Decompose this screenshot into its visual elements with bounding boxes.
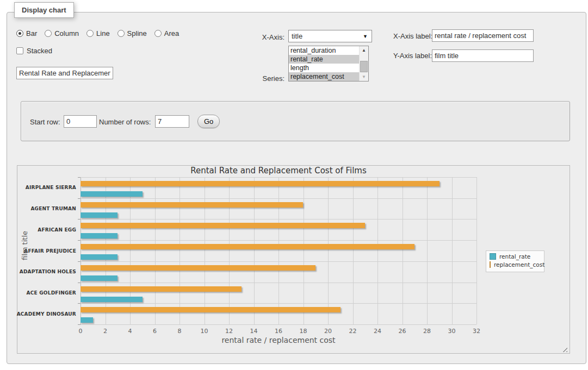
gridline-vertical bbox=[403, 177, 403, 324]
legend-item-rental_rate[interactable]: rental_rate bbox=[490, 253, 541, 260]
gridline-horizontal bbox=[81, 240, 476, 241]
legend-swatch-icon bbox=[490, 253, 496, 260]
category-label: AIRPLANE SIERRA bbox=[11, 184, 76, 191]
x-axis-tick-label: 10 bbox=[194, 328, 215, 335]
chart-type-radio-area[interactable]: Area bbox=[154, 29, 179, 37]
x-axis-tick-label: 8 bbox=[169, 328, 190, 335]
gridline-horizontal bbox=[81, 261, 476, 262]
chart-type-radio-label: Line bbox=[96, 29, 110, 37]
x-axis-tick-label: 6 bbox=[144, 328, 166, 335]
chart-type-radio-label: Area bbox=[164, 29, 179, 37]
x-axis-title: rental rate / replacement cost bbox=[81, 336, 476, 344]
series-options-list: rental_durationrental_ratelengthreplacem… bbox=[289, 46, 359, 81]
start-row-label: Start row: bbox=[30, 118, 60, 126]
chart-type-radio-label: Bar bbox=[26, 29, 37, 37]
chart-type-radio-spline[interactable]: Spline bbox=[117, 29, 147, 37]
radio-icon[interactable] bbox=[154, 30, 162, 37]
x-axis-tick-label: 2 bbox=[95, 328, 116, 335]
gridline-vertical bbox=[254, 177, 255, 324]
gridline-horizontal bbox=[81, 198, 476, 199]
gridline-horizontal bbox=[81, 219, 476, 220]
y-axis-tick bbox=[78, 261, 81, 262]
x-axis-tick-label: 16 bbox=[268, 328, 289, 335]
bar-rental-rate bbox=[81, 254, 117, 260]
x-axis-label-caption: X-Axis label: bbox=[393, 32, 432, 40]
series-multiselect[interactable]: rental_durationrental_ratelengthreplacem… bbox=[288, 46, 369, 81]
display-chart-page: Display chart BarColumnLineSplineArea St… bbox=[0, 0, 588, 370]
x-axis-label-input[interactable] bbox=[432, 29, 534, 42]
bar-replacement-cost bbox=[81, 244, 414, 249]
gridline-vertical bbox=[328, 177, 329, 324]
gridline-vertical bbox=[452, 177, 453, 324]
bar-rental-rate bbox=[81, 275, 117, 281]
legend-swatch-icon bbox=[490, 261, 491, 268]
x-axis-select[interactable]: title ▼ bbox=[288, 30, 372, 42]
series-option-replacement_cost[interactable]: replacement_cost bbox=[289, 72, 359, 81]
gridline-vertical bbox=[476, 177, 477, 324]
gridline-vertical bbox=[130, 177, 131, 324]
stacked-label: Stacked bbox=[27, 47, 52, 55]
chart-type-radio-bar[interactable]: Bar bbox=[16, 29, 37, 37]
number-of-rows-input[interactable] bbox=[155, 115, 189, 128]
legend-item-replacement_cost[interactable]: replacement_cost bbox=[490, 261, 541, 268]
series-option-rental_duration[interactable]: rental_duration bbox=[289, 46, 359, 55]
dropdown-arrow-icon: ▼ bbox=[363, 34, 368, 39]
bar-rental-rate bbox=[81, 191, 143, 197]
x-axis-tick-label: 12 bbox=[218, 328, 240, 335]
gridline-vertical bbox=[81, 177, 81, 324]
stacked-checkbox-row: Stacked bbox=[16, 47, 52, 55]
x-axis-tick-label: 14 bbox=[243, 328, 265, 335]
series-option-rental_rate[interactable]: rental_rate bbox=[289, 55, 359, 64]
gridline-vertical bbox=[106, 177, 106, 324]
y-axis-title: film title bbox=[21, 231, 29, 260]
x-axis-tick-label: 20 bbox=[317, 328, 339, 335]
gridline-vertical bbox=[229, 177, 230, 324]
x-axis-tick-label: 28 bbox=[416, 328, 438, 335]
x-axis-tick-label: 22 bbox=[342, 328, 364, 335]
category-label: ACE GOLDFINGER bbox=[11, 290, 76, 296]
radio-icon[interactable] bbox=[45, 30, 52, 37]
legend-label: rental_rate bbox=[499, 253, 530, 260]
gridline-vertical bbox=[180, 177, 180, 324]
y-axis-tick bbox=[78, 324, 81, 325]
bar-rental-rate bbox=[81, 317, 93, 323]
y-axis-label-input[interactable] bbox=[432, 49, 534, 62]
scroll-up-icon[interactable]: ▲ bbox=[360, 46, 368, 54]
bar-rental-rate bbox=[81, 233, 117, 239]
gridline-horizontal bbox=[81, 177, 476, 178]
chart-type-radio-group: BarColumnLineSplineArea bbox=[16, 29, 179, 37]
gridline-vertical bbox=[427, 177, 428, 324]
start-row-input[interactable] bbox=[64, 115, 97, 128]
series-scrollbar[interactable]: ▲ ▼ bbox=[359, 46, 368, 81]
chart-type-radio-column[interactable]: Column bbox=[45, 29, 79, 37]
scroll-down-icon[interactable]: ▼ bbox=[360, 73, 368, 81]
chart-type-radio-line[interactable]: Line bbox=[86, 29, 110, 37]
y-axis-tick bbox=[78, 198, 81, 199]
bar-replacement-cost bbox=[81, 181, 440, 186]
chart-type-radio-label: Column bbox=[54, 29, 79, 37]
category-label: AGENT TRUMAN bbox=[11, 205, 76, 212]
bar-replacement-cost bbox=[81, 202, 303, 208]
radio-icon[interactable] bbox=[117, 30, 125, 37]
gridline-vertical bbox=[377, 177, 378, 324]
x-axis-tick-label: 24 bbox=[367, 328, 388, 335]
go-button[interactable]: Go bbox=[197, 115, 220, 128]
gridline-vertical bbox=[205, 177, 205, 324]
bar-replacement-cost bbox=[81, 286, 242, 292]
category-label: ACADEMY DINOSAUR bbox=[11, 311, 76, 317]
y-axis-tick bbox=[78, 219, 81, 220]
gridline-vertical bbox=[304, 177, 304, 324]
bar-replacement-cost bbox=[81, 307, 341, 312]
stacked-checkbox[interactable] bbox=[16, 47, 23, 54]
bar-rental-rate bbox=[81, 297, 143, 302]
chart-legend: rental_ratereplacement_cost bbox=[486, 250, 544, 272]
chart-title-input[interactable] bbox=[16, 67, 113, 79]
scrollbar-thumb[interactable] bbox=[360, 61, 368, 72]
gridline-vertical bbox=[278, 177, 279, 324]
category-label: ADAPTATION HOLES bbox=[11, 268, 76, 275]
radio-icon[interactable] bbox=[86, 30, 94, 37]
x-axis-tick-label: 0 bbox=[70, 328, 91, 335]
radio-icon[interactable] bbox=[16, 30, 23, 37]
y-axis-label-caption: Y-Axis label: bbox=[393, 52, 432, 60]
series-option-length[interactable]: length bbox=[289, 64, 359, 72]
